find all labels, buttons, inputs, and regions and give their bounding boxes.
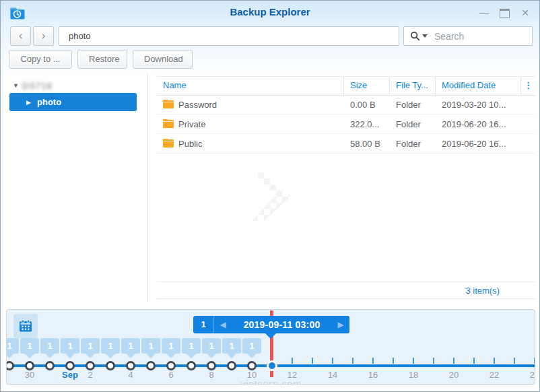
previous-version-icon[interactable]: ◀ [214,316,232,333]
version-count-badge[interactable]: 1 [202,338,221,354]
search-box[interactable] [403,26,533,46]
search-options-caret-icon[interactable] [422,34,428,38]
server-name-label: DS718 [22,81,53,91]
file-name-cell: Private [157,119,344,129]
timeline-node[interactable] [166,361,176,370]
next-version-icon[interactable]: ▶ [332,316,349,333]
copy-to-button[interactable]: Copy to ... [9,50,72,69]
version-badge-tail [166,354,176,358]
minimize-icon[interactable]: — [478,6,490,20]
version-badge-tail [126,354,135,358]
folder-icon [163,120,174,128]
column-header-filetype[interactable]: File Ty... [390,77,436,95]
version-count-badge[interactable]: 1 [6,338,19,354]
version-badge-tail [106,354,115,358]
caret-right-icon[interactable]: ▶ [26,99,36,106]
sidebar-item-photo[interactable]: ▶ photo [9,93,137,111]
timeline-tick [473,358,475,364]
timeline-tick [514,358,515,364]
version-count-badge[interactable]: 1 [20,338,39,354]
version-count-badge[interactable]: 1 [182,338,201,354]
timeline-node[interactable] [6,361,14,370]
version-badge-tail [86,354,95,358]
backup-timeline-panel: 1 ◀ 2019-09-11 03:00 ▶ vietcorp.com 1130… [6,309,535,385]
timeline-date-label: 8 [198,370,225,380]
timeline-tick [393,358,394,364]
version-count-badge[interactable]: 1 [222,338,241,354]
file-size-cell: 322.0... [344,119,390,129]
version-header-pointer [265,333,276,339]
maximize-icon[interactable] [500,9,510,18]
status-bar: 3 item(s) [157,282,535,299]
timeline-node[interactable] [106,361,115,370]
restore-button[interactable]: Restore [77,50,127,69]
close-icon[interactable]: ✕ [519,6,531,20]
version-count-badge[interactable]: 1 [61,338,79,354]
timeline-date-label: 2 [77,370,104,380]
table-header: Name Size File Ty... Modified Date ⋮ [157,76,535,96]
version-count-badge[interactable]: 1 [81,338,100,354]
timeline-tick [332,358,333,364]
timeline-date-label: 16 [360,370,386,380]
timeline-date-label: 14 [319,370,346,380]
file-name-label: Password [178,100,217,110]
timeline-node[interactable] [45,361,55,370]
timeline-node-selected[interactable] [267,360,277,371]
version-badge-tail [146,354,156,358]
column-menu-icon[interactable]: ⋮ [521,77,535,95]
file-name-label: Private [178,119,205,129]
version-badge-tail [6,354,14,358]
timeline-tick [372,358,374,364]
timeline-node[interactable] [65,361,75,370]
timeline-date-label: 4 [117,370,144,380]
column-header-name[interactable]: Name [157,77,344,95]
path-input[interactable] [59,26,399,46]
titlebar[interactable]: Backup Explorer — ✕ [1,1,539,24]
column-header-size[interactable]: Size [344,77,390,95]
timeline-node[interactable] [86,361,95,370]
version-count-badge[interactable]: 1 [101,338,120,354]
file-name-label: Public [178,139,202,149]
file-type-cell: Folder [390,119,436,129]
timeline-node[interactable] [146,361,156,370]
calendar-button[interactable] [13,314,38,338]
timeline-date-label: 24 [521,370,535,380]
sidebar-item-server[interactable]: ▼ DS718 [13,79,53,92]
table-row[interactable]: Password0.00 BFolder2019-03-20 10... [157,95,535,115]
forward-button[interactable]: › [33,26,54,46]
file-modified-cell: 2019-06-20 16... [436,139,521,149]
timeline-node[interactable] [227,361,236,370]
timeline-node[interactable] [126,361,135,370]
back-button[interactable]: ‹ [10,26,31,46]
background-watermark-chevron [252,172,291,221]
version-count-badge[interactable]: 1 [242,338,261,354]
timeline-node[interactable] [207,361,216,370]
content-area: ▼ DS718 ▶ photo Name Size File Ty... Mod… [1,73,539,305]
window-title: Backup Explorer [1,6,539,18]
download-button[interactable]: Download [133,50,193,69]
table-row[interactable]: Public58.00 BFolder2019-06-20 16... [157,134,535,154]
table-row[interactable]: Private322.0...Folder2019-06-20 16... [157,115,535,134]
table-body: Password0.00 BFolder2019-03-20 10...Priv… [157,95,535,154]
version-count-badge[interactable]: 1 [121,338,140,354]
timeline-tick [352,358,353,364]
timeline-tick [413,358,414,364]
file-modified-cell: 2019-03-20 10... [436,100,521,110]
version-badge-tail [207,354,216,358]
timeline-node[interactable] [247,361,257,370]
search-input[interactable] [433,30,540,42]
version-count-badge[interactable]: 1 [40,338,59,354]
version-count-badge[interactable]: 1 [162,338,180,354]
version-count-badge[interactable]: 1 [141,338,160,354]
column-header-modified[interactable]: Modified Date [436,77,521,95]
file-modified-cell: 2019-06-20 16... [436,119,521,129]
file-size-cell: 0.00 B [344,100,390,110]
image-watermark: vietcorp.com [240,378,302,385]
timeline-node[interactable] [25,361,34,370]
caret-down-icon[interactable]: ▼ [13,82,22,89]
sidebar-tree: ▼ DS718 ▶ photo [1,73,147,305]
timeline-node[interactable] [187,361,196,370]
sidebar-item-label: photo [37,97,61,107]
search-icon[interactable] [410,31,420,41]
timeline-tick [292,358,293,364]
